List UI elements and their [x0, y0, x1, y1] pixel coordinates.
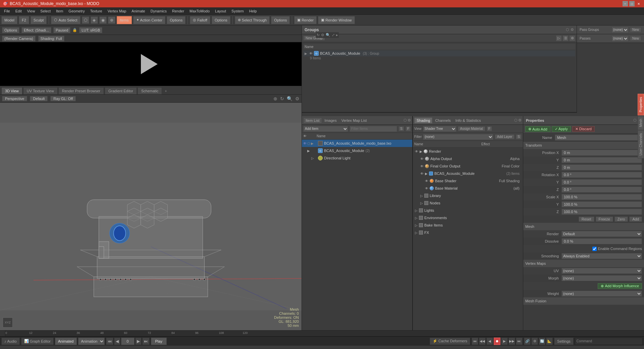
item-row-module[interactable]: ▶ G BCAS_Acoustic_Module (2)	[302, 147, 412, 154]
options-menu[interactable]: Options	[2, 27, 19, 33]
lights-expand[interactable]: ▷	[415, 209, 418, 212]
tab-render-preset[interactable]: Render Preset Browser	[58, 87, 104, 94]
pb-btn-7[interactable]: ⏭	[516, 338, 523, 345]
current-frame-input[interactable]	[121, 338, 135, 345]
shader-row-environments[interactable]: ▷ Environments	[413, 214, 523, 221]
shader-vis-alpha[interactable]: 👁	[420, 157, 424, 161]
paused-toggle[interactable]: Paused	[53, 27, 70, 33]
grp-icon-2[interactable]: ☰	[562, 35, 569, 41]
shading-dropdown[interactable]: Shading: Full	[38, 36, 64, 42]
shading-expand-icon[interactable]: ⬡	[514, 118, 518, 122]
play-button[interactable]	[141, 54, 161, 74]
item-expand-icon-2[interactable]: ▶	[307, 149, 310, 153]
falloff-button[interactable]: ◎ Falloff	[190, 16, 210, 24]
add-morph-influence-button[interactable]: ⊕ Add Morph Influence	[598, 283, 642, 289]
shader-row-base-mat[interactable]: 👁 Base Material (all)	[413, 185, 523, 192]
maximize-button[interactable]: □	[629, 1, 635, 6]
pb-btn-3[interactable]: ◀	[486, 338, 493, 345]
shader-filter-select[interactable]: (none)	[423, 134, 493, 140]
nodes-expand[interactable]: ▷	[420, 201, 423, 205]
shading-settings-icon[interactable]: ⚙	[518, 118, 522, 122]
assign-material-button[interactable]: Assign Material	[458, 126, 485, 131]
shading-tab-active[interactable]: Shading	[414, 117, 432, 123]
pos-z-value[interactable]: 0 m	[561, 164, 642, 170]
scale-z-value[interactable]: 100.0 %	[561, 209, 642, 215]
item-row-file[interactable]: 👁 ⬡ ▶ BCAS_Acoustic_Module_modo_base.lxo	[302, 140, 412, 147]
tab-schematic[interactable]: Schematic	[138, 87, 162, 94]
vp-zoom-icon[interactable]: 🔍	[287, 96, 292, 101]
prev-keyframe-button[interactable]: ⏮	[106, 338, 113, 345]
action-center-button[interactable]: ✦ Action Center	[133, 16, 166, 24]
render-camera-dropdown[interactable]: (Render Camera)	[2, 36, 36, 42]
library-expand[interactable]: ▷	[420, 194, 423, 198]
freeze-button[interactable]: Freeze	[596, 216, 613, 222]
menu-dynamics[interactable]: Dynamics	[148, 8, 169, 14]
pos-y-value[interactable]: 0 m	[561, 157, 642, 163]
misc-btn-4[interactable]: 📐	[546, 338, 553, 345]
grp-icon-3[interactable]: ⚙	[569, 35, 575, 41]
ray-gl-toggle[interactable]: Ray GL: Off	[50, 96, 76, 101]
menu-animate[interactable]: Animate	[129, 8, 148, 14]
item-list-expand-icon[interactable]: ⬡	[404, 118, 407, 122]
model-button[interactable]: Model	[1, 16, 17, 24]
tool-icon-4[interactable]: ⊕	[108, 16, 115, 24]
menu-file[interactable]: File	[1, 8, 13, 14]
item-list-tab[interactable]: Item List	[303, 117, 322, 123]
cache-deformers-button[interactable]: ⚡ Cache Deformers	[430, 338, 470, 345]
animated-button[interactable]: Animated	[55, 338, 76, 345]
items-button[interactable]: Items	[117, 16, 132, 24]
shader-tree-select[interactable]: Shader Tree	[423, 126, 457, 132]
menu-item[interactable]: Item	[53, 8, 66, 14]
item-row-light[interactable]: ▷ Directional Light	[302, 154, 412, 162]
preview-settings-icon[interactable]: ⚙	[321, 33, 324, 37]
dissolve-value[interactable]: 0.0 %	[561, 238, 642, 244]
new-passes-button[interactable]: New	[630, 36, 641, 41]
add-layer-button[interactable]: Add Layer	[495, 134, 515, 139]
menu-maxtoModo[interactable]: MaxToModo	[187, 8, 212, 14]
scale-y-value[interactable]: 100.0 %	[561, 201, 642, 207]
rot-x-value[interactable]: 0.0 °	[561, 172, 642, 178]
weight-select[interactable]: (none)	[561, 291, 642, 297]
props-expand-icon[interactable]: ⬡	[633, 118, 637, 122]
discard-button[interactable]: ✕ Discard	[572, 126, 595, 132]
bcas-expand[interactable]: ▶	[425, 172, 428, 176]
shader-vis-bm[interactable]: 👁	[425, 187, 428, 190]
shader-row-fx[interactable]: ▷ FX	[413, 229, 523, 236]
user-channels-side-tab[interactable]: User Channels	[638, 134, 644, 158]
reset-button[interactable]: Reset	[579, 216, 594, 222]
settings-button[interactable]: Settings	[554, 338, 574, 345]
morph-select[interactable]: (none)	[561, 275, 642, 281]
tab-uv-texture[interactable]: UV Texture View	[23, 87, 58, 94]
select-through-button[interactable]: ⊗ Select Through	[235, 16, 270, 24]
apply-button[interactable]: ✓ Apply	[552, 126, 571, 132]
images-tab[interactable]: Images	[323, 118, 339, 123]
perspective-dropdown[interactable]: Perspective	[2, 96, 27, 101]
mesh-section-header[interactable]: Mesh	[523, 223, 644, 230]
shader-row-nodes[interactable]: ▷ Nodes	[413, 199, 523, 207]
audio-button[interactable]: ♪ Audio	[1, 338, 20, 345]
menu-render[interactable]: Render	[169, 8, 187, 14]
close-button[interactable]: ✕	[636, 1, 641, 6]
vp-rotate-icon[interactable]: ↻	[280, 96, 284, 101]
item-expand-icon[interactable]: ▶	[311, 142, 314, 145]
minimize-button[interactable]: −	[623, 1, 628, 6]
name-input[interactable]	[555, 135, 642, 141]
effect-dropdown[interactable]: Effect: (Shadi...	[21, 27, 51, 33]
misc-btn-1[interactable]: 🔗	[524, 338, 531, 345]
shader-row-bcas-module[interactable]: 👁 ▶ BCAS_Acoustic_Module (2) Items	[413, 170, 523, 177]
mesh-fusion-section[interactable]: Mesh Fusion	[523, 297, 644, 305]
scene-viewport[interactable]: Mesh Channels: 0 Deformers: ON GL: 881,9…	[0, 103, 302, 330]
groups-expand-icon[interactable]: ⬡	[566, 28, 569, 32]
preview-zoom-icon[interactable]: 🔍	[326, 33, 330, 37]
preview-more-icon[interactable]: ▸	[336, 33, 338, 37]
play-animation-button[interactable]: Play	[151, 338, 167, 345]
shader-row-bake[interactable]: ▷ Bake Items	[413, 221, 523, 229]
scale-x-value[interactable]: 100.0 %	[561, 194, 642, 200]
tool-icon-1[interactable]: ⬡	[82, 16, 89, 24]
channels-tab[interactable]: Channels	[433, 118, 452, 123]
rot-z-value[interactable]: 0.0 °	[561, 187, 642, 193]
shader-row-library[interactable]: ▷ Library	[413, 192, 523, 199]
menu-texture[interactable]: Texture	[88, 8, 105, 14]
tab-gradient[interactable]: Gradient Editor	[105, 87, 137, 94]
shader-vis-fc[interactable]: 👁	[420, 164, 424, 168]
